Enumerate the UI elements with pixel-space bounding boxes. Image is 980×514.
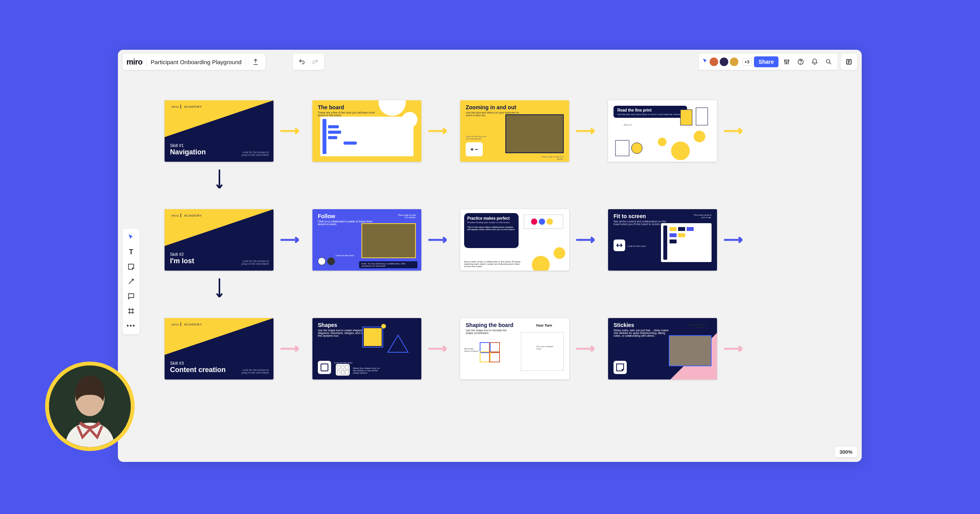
tool-text-icon[interactable]: T [126, 247, 137, 257]
search-icon[interactable] [823, 56, 834, 68]
arrow-icon [576, 345, 599, 352]
frame-skill2-title[interactable]: miro | ACADEMY Skill #2 I'm lost Look fo… [165, 209, 273, 271]
share-button[interactable]: Share [754, 56, 778, 67]
card-title: Shapes [318, 322, 337, 328]
frame-the-board[interactable]: The board These are a few of the tools y… [312, 100, 421, 162]
arrow-icon [724, 345, 747, 352]
frame-follow[interactable]: Follow Click on a collaborator's avatar … [312, 209, 421, 271]
card-title: Read the fine print [617, 108, 683, 112]
card-subtitle: Sticky notes, well, are just that… stick… [614, 329, 672, 337]
svg-point-12 [531, 219, 537, 225]
svg-point-13 [539, 219, 545, 225]
card-title: Zooming in and out [466, 104, 516, 110]
svg-point-1 [786, 63, 787, 64]
miro-logo[interactable]: miro [126, 58, 142, 66]
arrow-icon [724, 128, 747, 135]
miro-label: miro [172, 323, 179, 326]
arrow-icon [724, 236, 747, 243]
frame-zooming[interactable]: Zooming in and out Use the plus and minu… [460, 100, 569, 162]
undo-icon[interactable] [296, 56, 308, 68]
hint-text: Put your shapes here [536, 345, 554, 350]
board-title[interactable]: Participant Onboarding Playground [151, 59, 241, 65]
card-title: Stickies [614, 322, 634, 328]
tool-comment-icon[interactable] [126, 291, 137, 302]
frame-fine-print[interactable]: Read the fine print Use the plus and min… [608, 100, 717, 162]
miro-label: miro [172, 214, 179, 217]
card-title: Fit to screen [614, 213, 646, 219]
hint-text: Look for the arrows to jump to the next … [238, 369, 269, 374]
skill-label: Skill #3 [170, 361, 184, 365]
settings-icon[interactable] [781, 56, 792, 68]
svg-point-0 [784, 60, 785, 61]
help-icon[interactable] [795, 56, 806, 68]
zoom-label: Zoom in [624, 124, 632, 126]
arrow-icon [428, 128, 451, 135]
tool-more-icon[interactable]: ••• [126, 320, 137, 331]
frame-skill1-title[interactable]: miro | ACADEMY Skill #1 Navigation Look … [165, 100, 273, 162]
hint-text: Press play to see it in action. [540, 156, 564, 160]
frame-skill3-title[interactable]: miro | ACADEMY Skill #3 Content creation… [165, 318, 273, 379]
svg-rect-9 [615, 140, 629, 156]
hint-text: Look for the icon on your keyboard! [466, 135, 489, 140]
arrow-down-icon [216, 170, 223, 193]
frame-stickies[interactable]: Stickies Sticky notes, well, are just th… [608, 318, 717, 379]
tool-select-icon[interactable] [126, 232, 137, 243]
topbar-right: +3 Share [699, 54, 857, 70]
zoom-level[interactable]: 300% [835, 447, 857, 457]
card-title-box: Read the fine print Use the plus and min… [614, 106, 687, 118]
left-toolbar: T ••• [123, 229, 140, 334]
arrow-down-icon [216, 278, 223, 302]
skill-name: Content creation [170, 366, 226, 374]
svg-point-4 [801, 63, 801, 63]
arrow-icon [428, 236, 451, 243]
miro-label: miro [172, 105, 179, 108]
collaborator-avatar[interactable] [719, 57, 729, 67]
skill-label: Skill #1 [170, 143, 184, 148]
notifications-icon[interactable] [809, 56, 820, 68]
frame-shaping-board[interactable]: Shaping the board Use the shape tool to … [460, 318, 569, 379]
undo-redo-group [293, 54, 324, 70]
sticky-tool-icon [614, 361, 627, 374]
card-subtitle: Practice finding your avatar on the boar… [467, 221, 515, 224]
topbar-left: miro Participant Onboarding Playground [123, 54, 265, 70]
academy-label: ACADEMY [184, 323, 202, 326]
tool-line-icon[interactable] [126, 276, 137, 287]
fit-icon [614, 240, 625, 251]
hint-text: Select the shapes icon on the toolbar to… [353, 367, 380, 374]
svg-point-5 [826, 59, 830, 63]
collaborator-avatar[interactable] [709, 57, 719, 67]
redo-icon[interactable] [309, 56, 321, 68]
hint-text: Look for this icon! [628, 245, 646, 247]
svg-rect-7 [680, 110, 692, 125]
tool-frame-icon[interactable] [126, 306, 137, 316]
collaborator-avatar[interactable] [729, 57, 739, 67]
frame-shapes[interactable]: Shapes Use the shape tool to create shap… [312, 318, 421, 379]
arrow-icon [576, 236, 599, 243]
card-title: The board [318, 104, 344, 110]
hint-text: Look for the arrows to jump to the next … [238, 260, 269, 265]
frame-fit-to-screen[interactable]: Fit to screen See all the content and co… [608, 209, 717, 271]
svg-rect-8 [696, 108, 708, 125]
skill-label: Skill #2 [170, 252, 184, 257]
your-turn-label: Your Turn [536, 323, 552, 327]
arrow-icon [281, 128, 303, 135]
svg-point-10 [631, 143, 642, 154]
arrow-icon [281, 345, 303, 352]
shape-tool-icon [318, 361, 331, 374]
cursor-icon[interactable] [702, 58, 709, 66]
divider [146, 58, 147, 66]
collab-group: +3 Share [699, 54, 838, 70]
tool-sticky-icon[interactable] [126, 261, 137, 272]
keyboard-icon: +− [466, 142, 483, 156]
card-subtitle: These are a few of the tools you will le… [318, 111, 376, 117]
academy-label: ACADEMY [184, 214, 202, 217]
export-icon[interactable] [250, 56, 261, 68]
activity-icon[interactable] [841, 54, 857, 70]
hint-text: Press play to see it in action. [396, 214, 416, 219]
canvas[interactable]: miro | ACADEMY Skill #1 Navigation Look … [165, 100, 854, 446]
collaborator-overflow[interactable]: +3 [742, 58, 752, 66]
frame-practice[interactable]: Practice makes perfect Practice finding … [460, 209, 569, 271]
hint-text: Press play to see it in action. [686, 323, 705, 328]
academy-label: ACADEMY [184, 105, 202, 108]
arrow-icon [428, 345, 451, 352]
